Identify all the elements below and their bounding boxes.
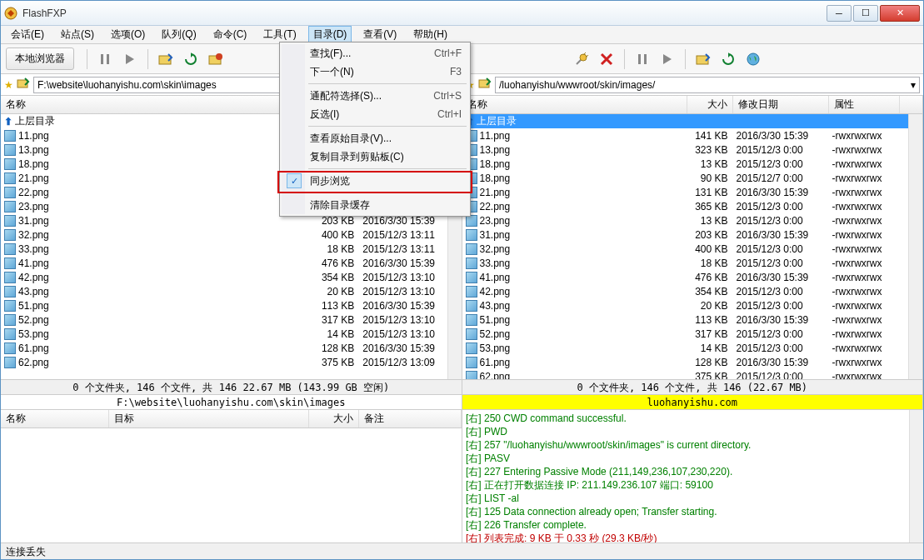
cancel-icon[interactable]	[206, 49, 226, 69]
menu-item[interactable]: 下一个(N)F3	[282, 62, 468, 81]
maximize-button[interactable]: ☐	[853, 5, 878, 22]
bottom-panels: 名称 目标 大小 备注 [右] 250 CWD command successf…	[1, 409, 923, 542]
file-row[interactable]: 41.png476 KB2016/3/30 15:39	[1, 256, 447, 270]
menu-item[interactable]: 反选(I)Ctrl+I	[282, 105, 468, 123]
menu-item[interactable]: 通配符选择(S)...Ctrl+S	[282, 87, 468, 105]
chevron-down-icon[interactable]: ▾	[911, 79, 916, 91]
minimize-button[interactable]: ─	[827, 5, 852, 22]
pause-icon[interactable]	[95, 49, 115, 69]
file-row[interactable]: 43.png20 KB2015/12/3 13:10	[1, 284, 447, 298]
menu-item[interactable]: ✓同步浏览	[282, 172, 468, 190]
connect-icon[interactable]	[572, 49, 592, 69]
menu-item[interactable]: 查看(V)	[358, 26, 402, 43]
col-remark[interactable]: 备注	[359, 410, 462, 428]
col-target[interactable]: 目标	[109, 410, 309, 428]
file-row[interactable]: 31.png203 KB2016/3/30 15:39-rwxrwxrwx	[462, 228, 909, 242]
refresh-icon[interactable]	[181, 49, 201, 69]
col-name[interactable]: 名称	[1, 410, 109, 428]
col-name[interactable]: 名称	[1, 96, 313, 113]
menu-item[interactable]: 工具(T)	[258, 26, 301, 43]
file-row[interactable]: 52.png317 KB2015/12/3 13:10	[1, 312, 447, 327]
folder-nav-icon-right[interactable]	[693, 49, 713, 69]
col-size[interactable]: 大小	[687, 96, 733, 113]
file-row[interactable]: 13.png323 KB2015/12/3 0:00-rwxrwxrwx	[462, 142, 909, 157]
file-row[interactable]: 32.png400 KB2015/12/3 0:00-rwxrwxrwx	[462, 242, 909, 256]
scrollbar[interactable]	[909, 410, 923, 542]
file-row[interactable]: 53.png14 KB2015/12/3 0:00-rwxrwxrwx	[462, 341, 909, 355]
col-name[interactable]: 名称	[462, 96, 687, 113]
folder-up-icon[interactable]	[17, 78, 30, 92]
menu-item[interactable]: 复制目录到剪贴板(C)	[282, 148, 468, 166]
disconnect-icon[interactable]	[597, 49, 617, 69]
file-row[interactable]: 11.png141 KB2016/3/30 15:39-rwxrwxrwx	[462, 128, 909, 142]
globe-icon[interactable]	[743, 49, 763, 69]
remote-path-line: luohanyishu.com	[462, 394, 923, 409]
file-row[interactable]: 61.png128 KB2016/3/30 15:39-rwxrwxrwx	[462, 355, 909, 369]
file-row[interactable]: 33.png18 KB2015/12/3 13:11	[1, 242, 447, 256]
file-row[interactable]: 51.png113 KB2016/3/30 15:39-rwxrwxrwx	[462, 312, 909, 327]
menu-item[interactable]: 站点(S)	[56, 26, 99, 43]
menu-item[interactable]: 清除目录缓存	[282, 196, 468, 214]
log-line: [右] 列表完成: 9 KB 于 0.33 秒 (29.3 KB/秒)	[466, 532, 906, 542]
file-row[interactable]: 62.png375 KB2015/12/3 0:00-rwxrwxrwx	[462, 369, 909, 379]
log-pane[interactable]: [右] 250 CWD command successful.[右] PWD[右…	[462, 410, 909, 542]
pause-icon-right[interactable]	[632, 49, 652, 69]
menu-item[interactable]: 查看原始目录(V)...	[282, 129, 468, 148]
queue-list[interactable]	[1, 428, 462, 542]
file-row[interactable]: 51.png113 KB2016/3/30 15:39	[1, 298, 447, 312]
file-row[interactable]: 23.png13 KB2015/12/3 0:00-rwxrwxrwx	[462, 213, 909, 228]
favorite-icon[interactable]: ★	[4, 79, 13, 91]
file-row[interactable]: 32.png400 KB2015/12/3 13:11	[1, 228, 447, 242]
col-size[interactable]: 大小	[309, 410, 359, 428]
folder-nav-icon[interactable]	[156, 49, 176, 69]
file-attr: -rwxrwxrwx	[829, 371, 900, 380]
remote-path-input[interactable]: /luohanyishu/wwwroot/skin/images/▾	[495, 77, 920, 93]
folder-up-icon[interactable]	[478, 78, 492, 92]
file-row[interactable]: 53.png14 KB2015/12/3 13:10	[1, 327, 447, 341]
file-attr: -rwxrwxrwx	[829, 187, 900, 198]
file-row[interactable]: 42.png354 KB2015/12/3 0:00-rwxrwxrwx	[462, 284, 909, 298]
file-row[interactable]: 18.png90 KB2015/12/7 0:00-rwxrwxrwx	[462, 171, 909, 185]
check-icon: ✓	[287, 173, 302, 188]
log-line: [右] 227 Entering Passive Mode (211,149,2…	[466, 465, 906, 478]
file-date: 2015/12/3 13:11	[359, 229, 447, 241]
col-attr[interactable]: 属性	[829, 96, 900, 113]
file-row[interactable]: 62.png375 KB2015/12/3 13:09	[1, 355, 447, 369]
close-button[interactable]: ✕	[880, 5, 920, 22]
scrollbar[interactable]	[908, 114, 922, 379]
file-row[interactable]: 18.png13 KB2015/12/3 0:00-rwxrwxrwx	[462, 157, 909, 171]
file-name: 11.png	[480, 130, 511, 142]
play-icon[interactable]	[120, 49, 140, 69]
file-row[interactable]: 33.png18 KB2015/12/3 0:00-rwxrwxrwx	[462, 256, 909, 270]
file-row[interactable]: 43.png20 KB2015/12/3 0:00-rwxrwxrwx	[462, 298, 909, 312]
menu-item[interactable]: 目录(D)	[308, 26, 352, 43]
file-row[interactable]: 22.png365 KB2015/12/3 0:00-rwxrwxrwx	[462, 199, 909, 213]
play-icon-right[interactable]	[657, 49, 677, 69]
file-name: 53.png	[18, 328, 49, 340]
file-name: 18.png	[18, 158, 49, 170]
menu-item[interactable]: 队列(Q)	[157, 26, 201, 43]
file-row[interactable]: 41.png476 KB2016/3/30 15:39-rwxrwxrwx	[462, 270, 909, 284]
file-row[interactable]: 42.png354 KB2015/12/3 13:10	[1, 270, 447, 284]
file-row[interactable]: 52.png317 KB2015/12/3 0:00-rwxrwxrwx	[462, 327, 909, 341]
refresh-icon-right[interactable]	[718, 49, 738, 69]
svg-point-6	[580, 54, 587, 61]
local-browser-button[interactable]: 本地浏览器	[6, 48, 74, 70]
file-row[interactable]: 61.png128 KB2016/3/30 15:39	[1, 341, 447, 355]
file-row[interactable]: 21.png131 KB2016/3/30 15:39-rwxrwxrwx	[462, 185, 909, 199]
image-file-icon	[4, 201, 16, 212]
file-attr: -rwxrwxrwx	[829, 158, 900, 170]
menu-item[interactable]: 命令(C)	[208, 26, 252, 43]
menu-item[interactable]: 选项(O)	[106, 26, 150, 43]
file-date: 2015/12/3 13:10	[359, 286, 447, 298]
menu-item[interactable]: 查找(F)...Ctrl+F	[282, 44, 468, 62]
file-attr: -rwxrwxrwx	[829, 172, 900, 184]
file-size: 14 KB	[687, 342, 733, 354]
menu-item[interactable]: 帮助(H)	[408, 26, 452, 43]
parent-dir-row[interactable]: ⬆上层目录	[462, 114, 909, 128]
menu-item[interactable]: 会话(E)	[6, 26, 49, 43]
image-file-icon	[4, 158, 16, 170]
col-date[interactable]: 修改日期	[733, 96, 829, 113]
remote-file-list[interactable]: ⬆上层目录11.png141 KB2016/3/30 15:39-rwxrwxr…	[462, 114, 909, 379]
file-date: 2015/12/3 0:00	[733, 328, 829, 340]
